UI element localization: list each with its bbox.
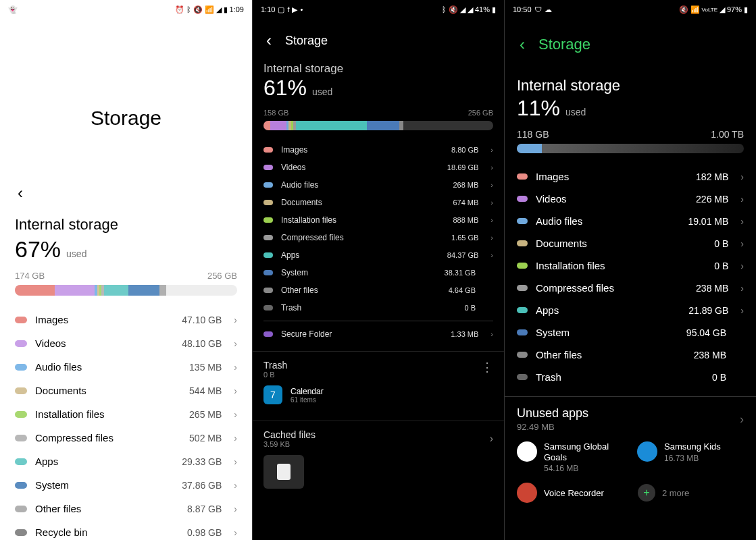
category-row[interactable]: Compressed files1.65 GB›: [253, 229, 504, 246]
category-row[interactable]: Images182 MB›: [505, 165, 756, 188]
back-button[interactable]: ‹: [517, 32, 528, 57]
category-size: 47.10 GB: [182, 315, 222, 325]
chevron-right-icon: ›: [234, 338, 237, 349]
calendar-icon: 7: [263, 385, 282, 404]
chevron-right-icon: ›: [234, 480, 237, 491]
category-dot: [517, 352, 528, 358]
unused-apps-section[interactable]: Unused apps 92.49 MB › Samsung Global Go…: [505, 396, 756, 512]
category-row[interactable]: Other files8.87 GB›: [15, 497, 237, 520]
category-row[interactable]: Apps29.33 GB›: [15, 450, 237, 473]
notif-icon: 👻: [8, 5, 18, 14]
category-name: Apps: [536, 304, 680, 316]
voice-recorder-icon: [517, 483, 537, 503]
category-name: Images: [281, 145, 443, 155]
internal-storage-title: Internal storage: [505, 77, 756, 94]
category-row[interactable]: Documents674 MB›: [253, 194, 504, 211]
category-row[interactable]: Compressed files238 MB›: [505, 277, 756, 299]
back-button[interactable]: ‹: [15, 181, 26, 205]
chevron-right-icon: ›: [234, 362, 237, 373]
category-row[interactable]: Audio files135 MB›: [15, 355, 237, 379]
category-row[interactable]: Documents544 MB›: [15, 379, 237, 402]
cached-file-thumb[interactable]: [263, 455, 304, 489]
percent-used: 67%: [15, 236, 61, 263]
category-row[interactable]: System38.31 GB: [253, 264, 504, 281]
category-row[interactable]: Images47.10 GB›: [15, 308, 237, 331]
category-name: Installation files: [281, 215, 445, 225]
category-row[interactable]: Recycle bin0.98 GB›: [15, 520, 237, 540]
category-row[interactable]: Trash0 B: [253, 299, 504, 317]
chevron-right-icon: ›: [490, 234, 493, 242]
category-size: 674 MB: [453, 198, 478, 207]
category-row[interactable]: Trash0 B: [505, 366, 756, 388]
trash-size: 0 B: [263, 371, 287, 379]
mute-icon: 🔇: [679, 5, 688, 14]
category-name: Compressed files: [35, 432, 181, 443]
unused-app-item[interactable]: Samsung Global Goals54.16 MB: [517, 441, 624, 473]
chevron-right-icon: ›: [234, 456, 237, 467]
unused-app-item[interactable]: Samsung Kids16.73 MB: [637, 441, 744, 473]
category-dot: [517, 240, 528, 246]
category-size: 84.37 GB: [447, 251, 478, 259]
category-size: 29.33 GB: [182, 456, 222, 467]
used-size: 174 GB: [15, 271, 45, 281]
used-label: used: [565, 107, 586, 117]
category-row-secure[interactable]: Secure Folder 1.33 MB ›: [253, 325, 504, 343]
category-row[interactable]: Documents0 B›: [505, 232, 756, 254]
category-row[interactable]: Other files4.64 GB: [253, 281, 504, 299]
category-row[interactable]: System95.04 GB: [505, 321, 756, 344]
category-row[interactable]: Installation files0 B›: [505, 254, 756, 277]
category-row[interactable]: Videos48.10 GB›: [15, 331, 237, 355]
category-row[interactable]: Apps84.37 GB›: [253, 246, 504, 264]
chevron-right-icon: ›: [490, 163, 493, 171]
storage-panel-dark-2: 10:50 🛡 ☁ 🔇 📶 VoLTE ◢ 97% ▮ ‹ Storage In…: [504, 0, 756, 540]
more-menu-button[interactable]: ⋮: [481, 360, 493, 375]
category-name: Secure Folder: [281, 329, 443, 339]
cached-section[interactable]: Cached files 3.59 KB ›: [253, 421, 504, 448]
chevron-right-icon: ›: [490, 146, 493, 154]
category-size: 38.31 GB: [445, 269, 476, 277]
category-name: Trash: [536, 371, 704, 383]
category-row[interactable]: Apps21.89 GB›: [505, 299, 756, 321]
category-row[interactable]: Audio files19.01 MB›: [505, 210, 756, 232]
chevron-right-icon: ›: [490, 216, 493, 224]
category-row[interactable]: Other files238 MB: [505, 344, 756, 366]
bluetooth-icon: ᛒ: [186, 5, 191, 14]
category-size: 265 MB: [189, 409, 222, 420]
chevron-right-icon: ›: [234, 527, 237, 538]
category-row[interactable]: Images8.80 GB›: [253, 141, 504, 159]
category-dot: [263, 252, 273, 258]
category-dot: [263, 147, 273, 153]
category-name: Images: [35, 314, 174, 325]
chevron-right-icon: ›: [490, 433, 493, 445]
category-row[interactable]: Installation files888 MB›: [253, 211, 504, 229]
chevron-right-icon: ›: [740, 412, 744, 427]
category-name: Compressed files: [281, 233, 443, 242]
category-row[interactable]: Compressed files502 MB›: [15, 426, 237, 450]
battery-text: 97%: [727, 5, 742, 14]
category-dot: [517, 218, 528, 224]
category-size: 0 B: [712, 372, 726, 383]
total-size: 1.00 TB: [711, 129, 744, 140]
category-row[interactable]: System37.86 GB›: [15, 473, 237, 497]
category-row[interactable]: Videos18.69 GB›: [253, 159, 504, 176]
unused-title: Unused apps: [517, 406, 588, 421]
category-size: 888 MB: [453, 216, 478, 224]
category-row[interactable]: Audio files268 MB›: [253, 176, 504, 194]
chevron-right-icon: ›: [490, 198, 493, 207]
category-dot: [15, 340, 27, 347]
app-name: Samsung Kids: [664, 441, 721, 452]
category-size: 268 MB: [453, 181, 478, 189]
trash-app-item[interactable]: 7 Calendar 61 items: [263, 385, 493, 404]
back-button[interactable]: ‹: [263, 28, 274, 53]
signal-icon-2: ◢: [468, 5, 473, 14]
chevron-right-icon: ›: [740, 261, 744, 271]
category-row[interactable]: Installation files265 MB›: [15, 402, 237, 426]
category-dot: [517, 374, 528, 380]
app-size: 54.16 MB: [544, 464, 624, 473]
chevron-right-icon: ›: [740, 283, 744, 294]
plus-icon: +: [638, 484, 655, 502]
used-size: 158 GB: [263, 109, 288, 117]
category-name: System: [536, 327, 678, 338]
page-title: Storage: [0, 107, 252, 130]
category-row[interactable]: Videos226 MB›: [505, 188, 756, 210]
